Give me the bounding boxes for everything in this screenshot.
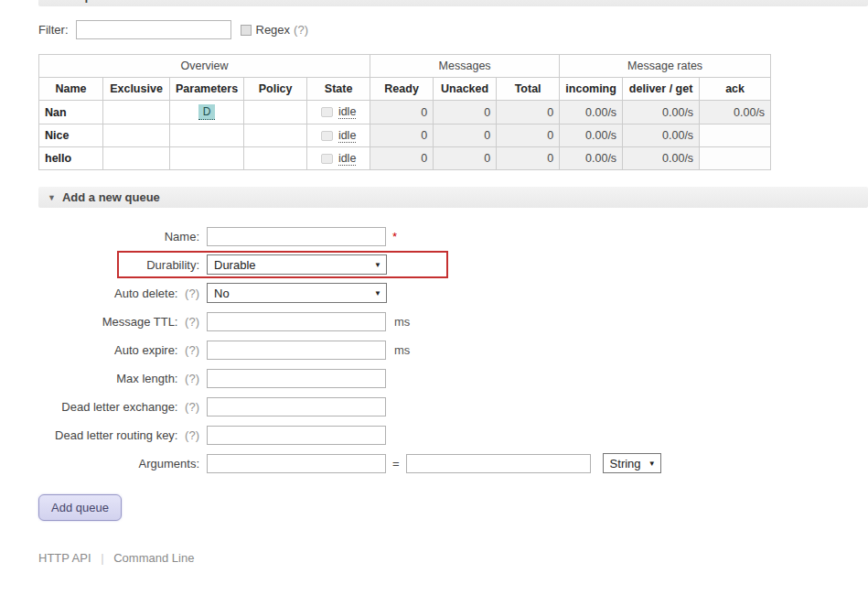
argument-value-input[interactable] [406, 454, 591, 473]
queue-name-link[interactable]: hello [39, 147, 103, 170]
add-queue-form: Name: * Durability: Durable ▼ Auto delet… [38, 226, 868, 521]
form-row-arguments: Arguments: = String ▼ [38, 453, 868, 473]
regex-help-link[interactable]: (?) [294, 23, 308, 37]
auto-expire-label: Auto expire: [114, 343, 177, 357]
column-header-row: NameExclusiveParametersPolicyStateReadyU… [39, 78, 771, 101]
regex-label: Regex [256, 23, 291, 37]
filter-input[interactable] [76, 20, 231, 39]
state-cell: idle [307, 124, 370, 147]
queue-name-input[interactable] [207, 227, 386, 246]
deliver-get-rate-cell: 0.00/s [623, 101, 700, 124]
form-row-dead-letter-exchange: Dead letter exchange: (?) [38, 396, 868, 416]
queue-name-link[interactable]: Nice [39, 124, 103, 147]
durability-select[interactable]: Durable ▼ [207, 254, 387, 275]
column-header-ack[interactable]: ack [700, 78, 771, 101]
argument-type-value: String [610, 457, 641, 471]
ready-cell: 0 [370, 101, 434, 124]
command-line-link[interactable]: Command Line [113, 551, 194, 565]
column-header-name[interactable]: Name [39, 78, 103, 101]
ms-suffix: ms [394, 315, 410, 329]
message-ttl-label: Message TTL: [102, 315, 178, 329]
add-queue-button[interactable]: Add queue [38, 494, 122, 521]
arguments-label: Arguments: [139, 457, 199, 471]
column-header-incoming[interactable]: incoming [560, 78, 623, 101]
max-length-input[interactable] [207, 369, 386, 388]
dead-letter-exchange-help-link[interactable]: (?) [185, 400, 199, 414]
form-row-auto-delete: Auto delete: (?) No ▼ [38, 283, 868, 303]
footer: HTTP API | Command Line [38, 551, 868, 565]
dead-letter-routing-key-help-link[interactable]: (?) [185, 428, 199, 442]
argument-key-input[interactable] [207, 454, 386, 473]
add-queue-title: Add a new queue [62, 190, 160, 204]
ms-suffix: ms [394, 343, 410, 357]
message-ttl-input[interactable] [207, 312, 386, 331]
column-header-unacked[interactable]: Unacked [434, 78, 497, 101]
collapse-triangle-icon: ▼ [48, 193, 56, 202]
column-header-exclusive[interactable]: Exclusive [103, 78, 170, 101]
max-length-help-link[interactable]: (?) [185, 372, 199, 385]
total-cell: 0 [497, 147, 560, 170]
state-cell: idle [307, 101, 370, 124]
required-asterisk: * [392, 230, 397, 243]
queue-row: NanDidle0000.00/s0.00/s0.00/s [39, 101, 771, 124]
ack-rate-cell [700, 124, 771, 147]
queues-page: ▼ All queues Filter: Regex (?) OverviewM… [0, 0, 868, 565]
all-queues-section-header[interactable]: ▼ All queues [38, 0, 868, 6]
state-label: idle [338, 105, 356, 119]
state-label: idle [338, 152, 356, 166]
exclusive-cell [103, 124, 170, 147]
queues-table: OverviewMessagesMessage rates NameExclus… [38, 54, 771, 170]
add-queue-section-header[interactable]: ▼ Add a new queue [38, 187, 868, 208]
column-group-row: OverviewMessagesMessage rates [39, 55, 771, 78]
queues-table-head: OverviewMessagesMessage rates NameExclus… [39, 55, 771, 101]
filter-row: Filter: Regex (?) [38, 20, 868, 39]
form-row-auto-expire: Auto expire: (?) ms [38, 340, 868, 360]
column-group-messages: Messages [370, 55, 560, 78]
column-header-total[interactable]: Total [497, 78, 560, 101]
deliver-get-rate-cell: 0.00/s [623, 147, 700, 170]
durable-param-badge: D [198, 104, 216, 120]
regex-checkbox[interactable] [241, 25, 252, 36]
auto-expire-help-link[interactable]: (?) [185, 343, 199, 357]
argument-type-select[interactable]: String ▼ [603, 453, 661, 473]
unacked-cell: 0 [434, 101, 497, 124]
form-row-name: Name: * [38, 226, 868, 246]
form-row-durability: Durability: Durable ▼ [38, 254, 868, 275]
all-queues-title: All queues [62, 0, 123, 3]
chevron-down-icon: ▼ [374, 289, 381, 298]
auto-expire-input[interactable] [207, 341, 386, 360]
column-header-policy[interactable]: Policy [244, 78, 307, 101]
incoming-rate-cell: 0.00/s [560, 124, 623, 147]
exclusive-cell [103, 147, 170, 170]
dead-letter-exchange-input[interactable] [207, 397, 386, 416]
exclusive-cell [103, 101, 170, 124]
column-header-parameters[interactable]: Parameters [170, 78, 244, 101]
deliver-get-rate-cell: 0.00/s [623, 124, 700, 147]
form-row-message-ttl: Message TTL: (?) ms [38, 311, 868, 331]
column-header-deliver-get[interactable]: deliver / get [623, 78, 700, 101]
state-indicator-icon [321, 154, 333, 164]
state-label: idle [338, 129, 356, 143]
http-api-link[interactable]: HTTP API [38, 551, 91, 565]
column-header-ready[interactable]: Ready [370, 78, 434, 101]
auto-delete-select-value: No [214, 287, 230, 300]
parameters-cell [170, 124, 244, 147]
ready-cell: 0 [370, 124, 434, 147]
policy-cell [244, 101, 307, 124]
max-length-label: Max length: [116, 372, 177, 385]
message-ttl-help-link[interactable]: (?) [185, 315, 199, 329]
footer-separator: | [101, 551, 103, 565]
auto-delete-help-link[interactable]: (?) [185, 287, 199, 300]
policy-cell [244, 147, 307, 170]
dead-letter-routing-key-input[interactable] [207, 426, 386, 445]
auto-delete-select[interactable]: No ▼ [207, 283, 387, 303]
column-header-state[interactable]: State [307, 78, 370, 101]
ack-rate-cell: 0.00/s [700, 101, 771, 124]
state-indicator-icon [321, 107, 333, 117]
unacked-cell: 0 [434, 124, 497, 147]
state-cell: idle [307, 147, 370, 170]
queues-table-body: NanDidle0000.00/s0.00/s0.00/sNiceidle000… [39, 101, 771, 170]
form-row-max-length: Max length: (?) [38, 368, 868, 388]
queue-name-link[interactable]: Nan [39, 101, 103, 124]
parameters-cell: D [170, 101, 244, 124]
